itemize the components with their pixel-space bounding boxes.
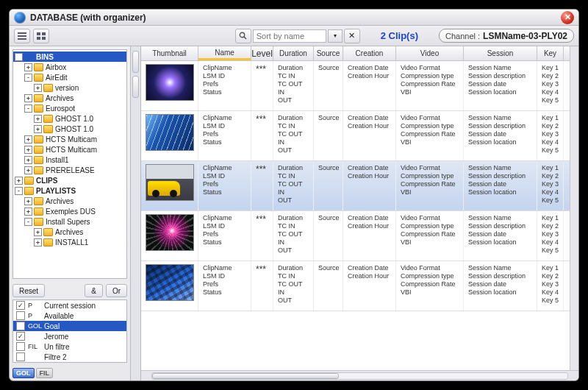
tree-node[interactable]: +HCTS Multicam — [13, 144, 126, 155]
filter-checkbox[interactable] — [16, 311, 25, 320]
filter-checkbox[interactable]: ✓ — [16, 332, 25, 341]
filter-checkbox[interactable] — [16, 342, 25, 351]
expand-icon[interactable]: + — [34, 84, 42, 92]
tree-node[interactable]: +CLIPS — [13, 175, 126, 185]
column-header[interactable]: Name — [198, 46, 251, 60]
tree-node[interactable]: +INSTALL1 — [13, 237, 126, 247]
close-button[interactable]: ✕ — [561, 11, 574, 24]
horizontal-scrollbar[interactable] — [141, 370, 578, 380]
column-header[interactable]: Duration — [273, 46, 314, 60]
thumbnail-cell — [141, 161, 198, 210]
cell: DurationTC INTC OUTINOUT — [273, 111, 314, 160]
h-scroll-thumb[interactable] — [152, 373, 339, 379]
filter-row[interactable]: GOLGoal — [13, 321, 126, 331]
tree-node[interactable]: +HCTS Multicam — [13, 134, 126, 144]
tree-node[interactable]: +Archives — [13, 227, 126, 237]
table-body[interactable]: ClipNameLSM IDPrefsStatus***DurationTC I… — [141, 61, 570, 370]
column-header[interactable]: Level — [251, 46, 273, 60]
filter-checkbox[interactable]: ✓ — [16, 301, 25, 310]
tree-node[interactable]: +GHOST 1.0 — [13, 113, 126, 124]
tree-node[interactable]: +PRERELEASE — [13, 165, 126, 175]
tree-label: Archives — [46, 94, 74, 102]
column-header[interactable]: Thumbnail — [141, 46, 198, 60]
sort-dropdown[interactable]: ▾ — [328, 29, 343, 43]
column-header[interactable]: Source — [314, 46, 343, 60]
bin-tree[interactable]: -BINS+Airbox-AirEdit+version+Archives-Eu… — [12, 49, 127, 279]
folder-icon — [24, 53, 34, 61]
vstrip-handle1[interactable] — [132, 51, 139, 73]
filter-row[interactable]: Filtre 2 — [13, 352, 126, 362]
filter-name: Available — [44, 312, 74, 320]
expand-icon[interactable]: - — [15, 53, 23, 61]
filter-list[interactable]: ✓PCurrent sessionPAvailableGOLGoal✓Jerom… — [12, 299, 127, 363]
expand-icon[interactable]: - — [15, 187, 23, 195]
expand-icon[interactable]: + — [34, 228, 42, 236]
tree-node[interactable]: +Airbox — [13, 62, 126, 72]
expand-icon[interactable]: + — [15, 177, 23, 185]
expand-icon[interactable]: + — [24, 63, 32, 71]
expand-icon[interactable]: + — [24, 166, 32, 174]
expand-icon[interactable]: + — [34, 125, 42, 133]
tree-node[interactable]: +Install1 — [13, 155, 126, 165]
tree-node[interactable]: +version — [13, 82, 126, 93]
expand-icon[interactable]: + — [34, 115, 42, 123]
folder-icon — [34, 63, 43, 71]
expand-icon[interactable]: + — [34, 238, 42, 247]
filter-checkbox[interactable] — [16, 352, 25, 361]
view-list-button[interactable] — [14, 29, 30, 43]
tree-node[interactable]: +Exemples DUS — [13, 206, 126, 216]
svg-rect-5 — [37, 37, 40, 40]
expand-icon[interactable]: + — [24, 156, 32, 164]
table-row[interactable]: ClipNameLSM IDPrefsStatus***DurationTC I… — [141, 261, 570, 311]
cell: Session NameSession descriptionSession d… — [464, 161, 537, 210]
expand-icon[interactable]: + — [24, 197, 32, 205]
filter-row[interactable]: PAvailable — [13, 311, 126, 321]
sort-input[interactable] — [253, 29, 326, 43]
reset-button[interactable]: Reset — [12, 284, 45, 297]
expand-icon[interactable]: + — [24, 146, 32, 154]
table-row[interactable]: ClipNameLSM IDPrefsStatus***DurationTC I… — [141, 111, 570, 161]
filter-row[interactable]: ✓PCurrent session — [13, 300, 126, 311]
view-thumb-button[interactable] — [33, 29, 49, 43]
and-button[interactable]: & — [85, 284, 103, 297]
tree-node[interactable]: -Install Supers — [13, 216, 126, 227]
vertical-scrollbar[interactable] — [570, 46, 578, 370]
pill-gol[interactable]: GOL — [12, 368, 35, 378]
column-header[interactable]: Key — [537, 46, 564, 60]
expand-icon[interactable]: + — [24, 208, 32, 216]
tree-node[interactable]: -Eurospot — [13, 103, 126, 113]
folder-icon — [34, 218, 43, 226]
vstrip-handle2[interactable] — [132, 76, 139, 98]
filter-row[interactable]: ✓Jerome — [13, 331, 126, 341]
column-header[interactable]: Creation — [343, 46, 396, 60]
tree-node[interactable]: -AirEdit — [13, 72, 126, 82]
folder-icon — [34, 74, 43, 82]
column-header[interactable]: Video — [396, 46, 464, 60]
or-button[interactable]: Or — [106, 284, 127, 297]
pill-fil[interactable]: FIL — [36, 368, 54, 378]
tree-label: CLIPS — [36, 177, 57, 185]
expand-icon[interactable]: - — [24, 218, 32, 226]
search-icon[interactable] — [235, 29, 251, 43]
filter-name: Goal — [44, 322, 60, 330]
cell: Session NameSession descriptionSession d… — [464, 211, 537, 260]
tree-node[interactable]: -BINS — [13, 52, 126, 62]
expand-icon[interactable]: - — [24, 104, 32, 113]
filter-checkbox[interactable] — [16, 322, 25, 330]
table-row[interactable]: ClipNameLSM IDPrefsStatus***DurationTC I… — [141, 61, 570, 111]
tree-node[interactable]: +Archives — [13, 93, 126, 103]
cell: Session NameSession descriptionSession d… — [464, 261, 537, 311]
tree-node[interactable]: +Archives — [13, 196, 126, 206]
expand-icon[interactable]: + — [24, 135, 32, 143]
expand-icon[interactable]: + — [24, 94, 32, 102]
tree-node[interactable]: +GHOST 1.0 — [13, 124, 126, 134]
table-row[interactable]: ClipNameLSM IDPrefsStatus***DurationTC I… — [141, 161, 570, 211]
table-header[interactable]: ThumbnailNameLevelDurationSourceCreation… — [141, 46, 570, 61]
table-row[interactable]: ClipNameLSM IDPrefsStatus***DurationTC I… — [141, 211, 570, 261]
filter-row[interactable]: FILUn filtre — [13, 341, 126, 352]
column-header[interactable]: Session — [464, 46, 537, 60]
tree-node[interactable]: -PLAYLISTS — [13, 185, 126, 196]
expand-icon[interactable]: - — [24, 74, 32, 82]
folder-icon — [24, 177, 34, 185]
clear-sort-button[interactable]: ✕ — [344, 29, 360, 43]
